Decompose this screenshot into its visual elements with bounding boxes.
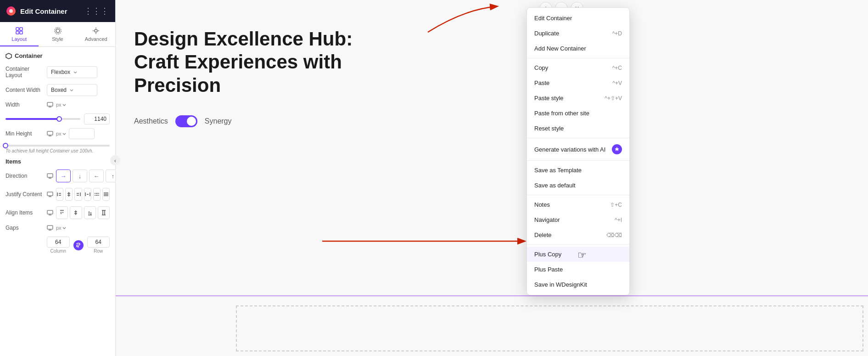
min-height-slider[interactable]	[6, 145, 110, 147]
toggle-switch[interactable]	[175, 115, 197, 127]
gap-row-group: Row	[87, 237, 110, 254]
menu-plus-copy-label: Plus Copy	[534, 251, 622, 258]
menu-duplicate-label: Duplicate	[534, 30, 607, 37]
height-hint: To achieve full height Container use 100…	[6, 148, 110, 153]
direction-label: Direction	[6, 173, 47, 179]
svg-rect-9	[47, 131, 53, 135]
menu-save-in-wdesignkit-label: Save in WDesignKit	[534, 281, 622, 288]
container-layout-control: Flexbox	[47, 66, 110, 78]
menu-duplicate-shortcut: ^+D	[612, 30, 622, 37]
menu-plus-paste[interactable]: Plus Paste	[527, 262, 629, 277]
align-start-btn[interactable]	[56, 206, 68, 219]
gap-link-icon[interactable]	[73, 240, 84, 250]
direction-buttons: → ↓ ← ↑	[56, 170, 115, 182]
menu-notes-shortcut: ⇧+C	[610, 202, 622, 208]
tab-advanced[interactable]: Advanced	[77, 22, 115, 46]
tab-layout[interactable]: Layout	[0, 22, 39, 46]
menu-delete[interactable]: Delete ⌫⌫	[527, 227, 629, 243]
container-layout-label: Container Layout	[6, 66, 47, 79]
justify-end-btn[interactable]	[74, 188, 82, 201]
container-layout-row: Container Layout Flexbox	[6, 66, 110, 79]
menu-save-as-template-label: Save as Template	[534, 167, 622, 174]
menu-delete-shortcut: ⌫⌫	[606, 232, 622, 238]
justify-start-btn[interactable]	[56, 188, 63, 201]
min-height-input[interactable]	[69, 128, 95, 139]
menu-save-in-wdesignkit[interactable]: Save in WDesignKit	[527, 277, 629, 292]
gaps-row: Gaps px	[6, 225, 110, 231]
container-layout-select[interactable]: Flexbox	[47, 66, 97, 78]
gap-row-label: Row	[94, 249, 103, 254]
svg-point-7	[95, 29, 97, 32]
svg-rect-12	[47, 210, 53, 214]
items-section-title: Items	[6, 158, 110, 165]
direction-right-btn[interactable]: →	[56, 170, 71, 182]
width-unit-label: px	[56, 102, 66, 107]
menu-paste[interactable]: Paste ^+V	[527, 75, 629, 90]
direction-up-btn[interactable]: ↑	[106, 170, 115, 182]
menu-plus-copy[interactable]: Plus Copy	[527, 247, 629, 262]
menu-copy[interactable]: Copy ^+C	[527, 60, 629, 75]
tab-style[interactable]: Style	[39, 22, 77, 46]
width-slider[interactable]	[6, 118, 80, 120]
menu-save-as-default[interactable]: Save as default	[527, 178, 629, 193]
svg-rect-3	[16, 31, 19, 34]
width-control: px	[47, 102, 110, 108]
min-height-control: px	[47, 128, 110, 139]
tab-style-label: Style	[52, 36, 63, 42]
svg-rect-13	[47, 226, 53, 229]
gaps-unit: px	[56, 225, 66, 231]
justify-monitor-icon	[47, 191, 53, 198]
gaps-monitor-icon	[47, 225, 53, 231]
min-height-unit: px	[56, 131, 66, 136]
content-width-select[interactable]: Boxed	[47, 84, 97, 96]
tab-layout-label: Layout	[11, 36, 27, 42]
menu-save-as-template[interactable]: Save as Template	[527, 163, 629, 178]
direction-down-btn[interactable]: ↓	[73, 170, 87, 182]
align-center-btn[interactable]	[70, 206, 82, 219]
svg-point-5	[56, 29, 60, 33]
menu-add-new-container[interactable]: Add New Container	[527, 41, 629, 56]
align-end-btn[interactable]	[84, 206, 96, 219]
justify-space-between-btn[interactable]	[84, 188, 91, 201]
menu-reset-style[interactable]: Reset style	[527, 121, 629, 136]
menu-paste-from-other[interactable]: Paste from other site	[527, 106, 629, 121]
menu-notes-label: Notes	[534, 201, 605, 208]
collapse-sidebar-btn[interactable]: ‹	[110, 155, 120, 165]
width-input[interactable]	[84, 113, 110, 124]
min-height-monitor-icon	[47, 130, 53, 137]
tab-advanced-label: Advanced	[85, 36, 107, 42]
ai-badge	[612, 144, 622, 154]
menu-navigator[interactable]: Navigator ^+I	[527, 212, 629, 227]
min-height-row: Min Height px	[6, 128, 110, 139]
min-height-label: Min Height	[6, 130, 47, 137]
menu-add-new-container-label: Add New Container	[534, 45, 622, 52]
justify-center-btn[interactable]	[65, 188, 73, 201]
svg-point-0	[9, 9, 13, 13]
menu-paste-from-other-label: Paste from other site	[534, 110, 622, 117]
gap-row-input[interactable]	[87, 237, 110, 248]
menu-paste-style[interactable]: Paste style ^+⇧+V	[527, 90, 629, 106]
justify-space-around-btn[interactable]	[93, 188, 101, 201]
menu-notes[interactable]: Notes ⇧+C	[527, 197, 629, 212]
monitor-icon	[47, 102, 53, 108]
justify-content-row: Justify Content	[6, 188, 110, 201]
arrow-top	[382, 0, 520, 37]
svg-rect-1	[16, 28, 19, 30]
justify-space-evenly-btn[interactable]	[102, 188, 110, 201]
container-layout-value: Flexbox	[51, 69, 70, 75]
content-width-label: Content Width	[6, 87, 47, 93]
canvas-label-left: Aesthetics	[134, 117, 168, 125]
menu-divider-1	[527, 58, 629, 58]
grid-icon[interactable]: ⋮⋮⋮	[84, 6, 109, 16]
sidebar: Edit Container ⋮⋮⋮ Layout Style Advanced…	[0, 0, 116, 356]
align-items-row: Align Items	[6, 206, 110, 219]
align-stretch-btn[interactable]	[98, 206, 110, 219]
menu-edit-container[interactable]: Edit Container	[527, 11, 629, 26]
menu-generate-variations[interactable]: Generate variations with AI	[527, 140, 629, 158]
direction-control: → ↓ ← ↑	[47, 170, 115, 182]
menu-duplicate[interactable]: Duplicate ^+D	[527, 26, 629, 41]
menu-save-as-default-label: Save as default	[534, 182, 622, 189]
gap-column-input[interactable]	[47, 237, 70, 248]
gap-column-group: Column	[47, 237, 70, 254]
direction-left-btn[interactable]: ←	[89, 170, 104, 182]
